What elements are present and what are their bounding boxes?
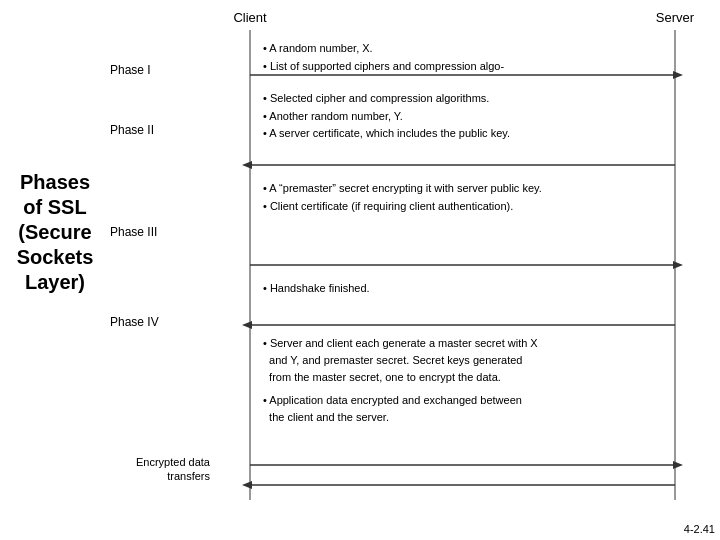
phase1-bullet2: • List of supported ciphers and compress… (263, 58, 504, 76)
final-bullet2: • Application data encrypted and exchang… (263, 392, 538, 426)
phase2-bullet2: • Another random number, Y. (263, 108, 510, 126)
final-bullet1: • Server and client each generate a mast… (263, 335, 538, 386)
phase4-bullet1: • Handshake finished. (263, 280, 370, 298)
title-line3: (Secure (18, 221, 91, 243)
phase3-label: Phase III (110, 225, 157, 239)
page-title: Phases of SSL (Secure Sockets Layer) (10, 170, 100, 295)
title-line5: Layer) (25, 271, 85, 293)
phase3-bullet2: • Client certificate (if requiring clien… (263, 198, 542, 216)
svg-marker-3 (673, 71, 683, 79)
phase4-content: • Handshake finished. (263, 280, 370, 298)
client-header: Client (220, 10, 280, 25)
svg-marker-7 (673, 261, 683, 269)
phase1-content: • A random number, X. • List of supporte… (263, 40, 504, 75)
svg-marker-11 (673, 461, 683, 469)
page-number: 4-2.41 (684, 523, 715, 535)
encrypted-label: Encrypted datatransfers (110, 455, 210, 484)
diagram-svg (105, 10, 705, 530)
phase1-bullet1: • A random number, X. (263, 40, 504, 58)
svg-marker-9 (242, 321, 252, 329)
main-container: Phases of SSL (Secure Sockets Layer) Cli… (0, 0, 720, 540)
ssl-diagram: Client Server (105, 10, 705, 530)
title-line4: Sockets (17, 246, 94, 268)
server-header: Server (645, 10, 705, 25)
phase3-content: • A “premaster” secret encrypting it wit… (263, 180, 542, 215)
phase4-label: Phase IV (110, 315, 159, 329)
title-line1: Phases (20, 171, 90, 193)
final-content: • Server and client each generate a mast… (263, 335, 538, 426)
phase2-bullet3: • A server certificate, which includes t… (263, 125, 510, 143)
svg-marker-5 (242, 161, 252, 169)
svg-marker-13 (242, 481, 252, 489)
title-line2: of SSL (23, 196, 86, 218)
phase3-bullet1: • A “premaster” secret encrypting it wit… (263, 180, 542, 198)
phase2-content: • Selected cipher and compression algori… (263, 90, 510, 143)
phase2-label: Phase II (110, 123, 154, 137)
phase2-bullet1: • Selected cipher and compression algori… (263, 90, 510, 108)
phase1-label: Phase I (110, 63, 151, 77)
